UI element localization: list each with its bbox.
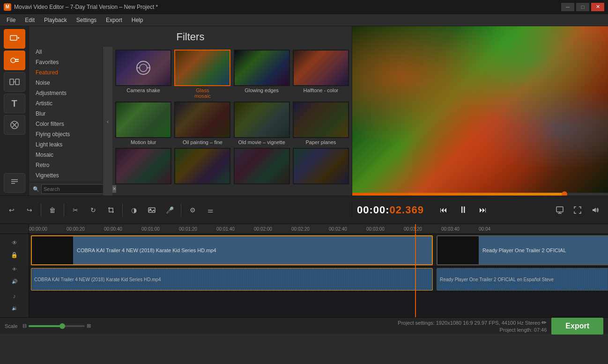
filter-row2-2[interactable] <box>174 148 230 186</box>
cat-color-filters[interactable]: Color filters <box>29 119 103 129</box>
clip-label-2: Ready Player One Trailer 2 OFICIAL <box>479 248 570 253</box>
music-note-button[interactable]: ♪ <box>9 291 20 302</box>
sidebar-btn-transitions[interactable] <box>4 72 25 92</box>
cat-mosaic[interactable]: Mosaic <box>29 150 103 160</box>
separator-1 <box>41 204 41 217</box>
audio-button[interactable]: 🎤 <box>162 202 178 218</box>
category-list: All Favorites Featured Noise Adjustments… <box>29 47 103 182</box>
filter-camera-shake[interactable]: Camera shake <box>115 50 171 99</box>
cat-artistic[interactable]: Artistic <box>29 98 103 109</box>
menu-file[interactable]: File <box>2 15 20 25</box>
cut-button[interactable]: ✂ <box>67 202 83 218</box>
skip-forward-button[interactable]: ⏭ <box>475 202 491 218</box>
cat-retro[interactable]: Retro <box>29 160 103 170</box>
collapse-panel-button[interactable]: ‹ <box>103 47 112 196</box>
audio-eye-button[interactable]: 👁 <box>9 264 20 275</box>
edit-settings-button[interactable]: ✏ <box>541 319 547 326</box>
filter-search-input[interactable] <box>41 184 111 194</box>
sidebar-btn-overlays[interactable] <box>4 115 25 135</box>
rotate-button[interactable]: ↻ <box>85 202 101 218</box>
cat-vignettes[interactable]: Vignettes <box>29 170 103 181</box>
image-button[interactable] <box>144 202 160 218</box>
preview-progress-bar[interactable] <box>352 193 608 196</box>
export-button[interactable]: Export <box>551 318 603 335</box>
music-vol-button[interactable]: 🔉 <box>9 303 20 314</box>
close-button[interactable]: ✕ <box>591 3 604 11</box>
filter-motion-blur[interactable]: Motion blur <box>115 102 171 145</box>
filter-row2-3[interactable] <box>234 148 290 186</box>
filter-label-paper-planes: Paper planes <box>305 139 336 145</box>
filter-old-movie[interactable]: Old movie – vignette <box>234 102 290 145</box>
track-lock-button[interactable]: 🔒 <box>9 249 20 261</box>
sidebar-btn-titles[interactable]: T <box>4 94 25 113</box>
preview-area <box>352 26 608 196</box>
filter-row2-4[interactable] <box>293 148 349 186</box>
redo-button[interactable]: ↪ <box>22 202 37 218</box>
scale-label: Scale <box>5 323 18 329</box>
scale-slider[interactable] <box>29 325 85 327</box>
menu-export[interactable]: Export <box>101 15 127 25</box>
filter-glass-mosaic[interactable]: Glassmosaic <box>174 50 230 99</box>
ruler-tick-5: 00:01:40 <box>216 226 235 232</box>
cat-all[interactable]: All <box>29 47 103 57</box>
sidebar-btn-music[interactable] <box>4 173 25 193</box>
menu-help[interactable]: Help <box>127 15 148 25</box>
menu-playback[interactable]: Playback <box>39 15 72 25</box>
audio-clip-1[interactable]: COBRA KAI Trailer 4 NEW (2018) Karate Ki… <box>31 268 433 291</box>
ruler-tick-0: 00:00:00 <box>29 226 47 232</box>
video-clip-2[interactable]: Ready Player One Trailer 2 OFICIAL <box>437 235 608 265</box>
svg-rect-4 <box>15 79 19 85</box>
play-pause-button[interactable]: ⏸ <box>455 202 471 218</box>
scale-decrease-button[interactable]: ⊟ <box>22 323 27 329</box>
cat-blur[interactable]: Blur <box>29 109 103 119</box>
undo-button[interactable]: ↩ <box>4 202 20 218</box>
minimize-button[interactable]: ─ <box>561 3 574 11</box>
timecode-display: 00:00:02.369 <box>357 204 432 216</box>
project-settings-row: Project settings: 1920x1080 16:9 29.97 F… <box>398 319 547 326</box>
filter-oil-painting[interactable]: Oil painting – fine <box>174 102 230 145</box>
volume-button[interactable] <box>587 202 603 218</box>
separator-3 <box>122 204 123 217</box>
filter-thumb-row2-2 <box>174 148 230 184</box>
cat-featured[interactable]: Featured <box>29 67 103 78</box>
playhead-ruler <box>415 224 416 233</box>
scale-thumb <box>59 323 65 329</box>
track-area[interactable]: COBRA KAI Trailer 4 NEW (2018) Karate Ki… <box>29 234 608 317</box>
filter-row2-1[interactable] <box>115 148 171 186</box>
cat-light-leaks[interactable]: Light leaks <box>29 139 103 150</box>
filter-glowing-edges[interactable]: Glowing edges <box>234 50 290 99</box>
cat-favorites[interactable]: Favorites <box>29 57 103 67</box>
export-frame-button[interactable] <box>552 202 568 218</box>
bottom-bar: Scale ⊟ ⊞ Project settings: 1920x1080 16… <box>0 317 608 334</box>
sidebar: T <box>0 26 29 196</box>
audio-clip-2[interactable]: Ready Player One Trailer 2 OFICIAL en Es… <box>437 268 608 291</box>
track-eye-button[interactable]: 👁 <box>9 237 20 248</box>
svg-rect-0 <box>10 36 17 40</box>
cat-adjustments[interactable]: Adjustments <box>29 88 103 98</box>
filter-thumb-glowing-edges <box>234 50 290 86</box>
sidebar-btn-media[interactable] <box>4 29 25 49</box>
cat-flying[interactable]: Flying objects <box>29 129 103 139</box>
menu-edit[interactable]: Edit <box>20 15 39 25</box>
audio-mute-button[interactable]: 🔊 <box>9 276 20 287</box>
filter-paper-planes[interactable]: Paper planes <box>293 102 349 145</box>
svg-point-2 <box>11 58 15 63</box>
filter-halftone-color[interactable]: Halftone - color <box>293 50 349 99</box>
window-controls: ─ □ ✕ <box>561 3 604 11</box>
sidebar-btn-filters[interactable] <box>4 51 25 70</box>
skip-back-button[interactable]: ⏮ <box>436 202 452 218</box>
color-button[interactable]: ◑ <box>126 202 142 218</box>
crop-button[interactable] <box>103 202 119 218</box>
cat-noise[interactable]: Noise <box>29 78 103 88</box>
adjust-button[interactable]: ⚌ <box>202 202 218 218</box>
fullscreen-button[interactable] <box>570 202 586 218</box>
delete-button[interactable]: 🗑 <box>44 202 60 218</box>
playhead[interactable] <box>415 234 416 317</box>
video-clip-1[interactable]: COBRA KAI Trailer 4 NEW (2018) Karate Ki… <box>31 235 433 265</box>
svg-point-10 <box>140 64 147 72</box>
playback-controls: 00:00:02.369 ⏮ ⏸ ⏭ <box>352 202 608 218</box>
maximize-button[interactable]: □ <box>576 3 589 11</box>
menu-settings[interactable]: Settings <box>72 15 101 25</box>
scale-increase-button[interactable]: ⊞ <box>87 323 91 329</box>
settings-button[interactable]: ⚙ <box>185 202 200 218</box>
